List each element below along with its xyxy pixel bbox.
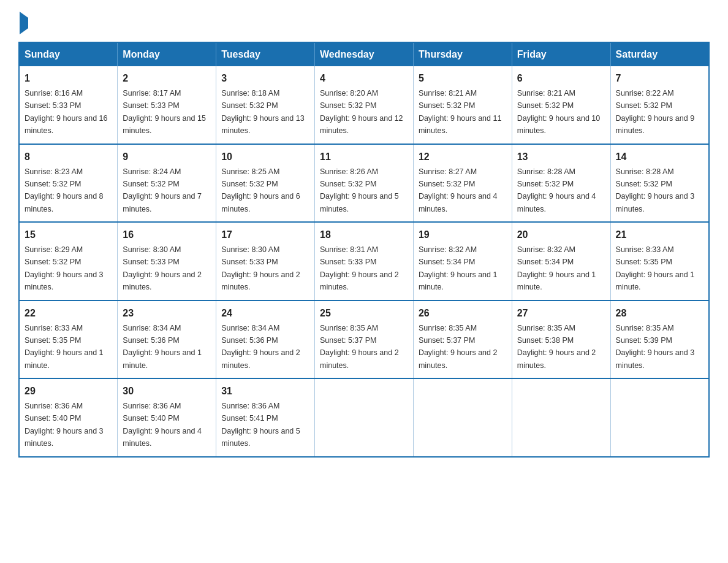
- calendar-cell: 4 Sunrise: 8:20 AMSunset: 5:32 PMDayligh…: [315, 66, 414, 144]
- calendar-week-row: 1 Sunrise: 8:16 AMSunset: 5:33 PMDayligh…: [19, 66, 709, 144]
- calendar-cell: 30 Sunrise: 8:36 AMSunset: 5:40 PMDaylig…: [118, 378, 216, 457]
- day-number: 7: [616, 71, 703, 86]
- day-number: 17: [221, 228, 309, 242]
- day-info: Sunrise: 8:32 AMSunset: 5:34 PMDaylight:…: [517, 245, 596, 291]
- day-info: Sunrise: 8:36 AMSunset: 5:40 PMDaylight:…: [123, 402, 202, 448]
- day-number: 12: [419, 150, 507, 164]
- logo-arrow-icon: [20, 12, 28, 34]
- calendar-cell: 19 Sunrise: 8:32 AMSunset: 5:34 PMDaylig…: [413, 222, 512, 301]
- col-header-tuesday: Tuesday: [216, 42, 315, 66]
- day-info: Sunrise: 8:28 AMSunset: 5:32 PMDaylight:…: [517, 167, 596, 213]
- day-number: 5: [419, 71, 507, 86]
- col-header-saturday: Saturday: [610, 42, 709, 66]
- calendar-body: 1 Sunrise: 8:16 AMSunset: 5:33 PMDayligh…: [19, 66, 709, 457]
- calendar-cell: 23 Sunrise: 8:34 AMSunset: 5:36 PMDaylig…: [118, 301, 216, 379]
- day-info: Sunrise: 8:20 AMSunset: 5:32 PMDaylight:…: [320, 89, 403, 135]
- calendar-cell: 14 Sunrise: 8:28 AMSunset: 5:32 PMDaylig…: [610, 144, 709, 223]
- day-info: Sunrise: 8:36 AMSunset: 5:41 PMDaylight:…: [221, 402, 300, 448]
- calendar-cell: 9 Sunrise: 8:24 AMSunset: 5:32 PMDayligh…: [118, 144, 216, 223]
- calendar-cell: 8 Sunrise: 8:23 AMSunset: 5:32 PMDayligh…: [19, 144, 118, 223]
- day-info: Sunrise: 8:24 AMSunset: 5:32 PMDaylight:…: [123, 167, 202, 213]
- calendar-cell: 24 Sunrise: 8:34 AMSunset: 5:36 PMDaylig…: [216, 301, 315, 379]
- day-info: Sunrise: 8:21 AMSunset: 5:32 PMDaylight:…: [419, 89, 502, 135]
- day-number: 15: [25, 228, 112, 242]
- calendar-week-row: 29 Sunrise: 8:36 AMSunset: 5:40 PMDaylig…: [19, 378, 709, 457]
- day-number: 21: [616, 228, 703, 242]
- day-number: 18: [320, 228, 408, 242]
- day-number: 25: [320, 306, 408, 321]
- day-number: 23: [123, 306, 211, 321]
- day-number: 2: [123, 71, 211, 86]
- day-number: 24: [221, 306, 309, 321]
- calendar-cell: [315, 378, 414, 457]
- calendar-cell: 25 Sunrise: 8:35 AMSunset: 5:37 PMDaylig…: [315, 301, 414, 379]
- day-info: Sunrise: 8:36 AMSunset: 5:40 PMDaylight:…: [25, 402, 104, 448]
- day-number: 6: [517, 71, 605, 86]
- day-number: 11: [320, 150, 408, 164]
- col-header-friday: Friday: [512, 42, 610, 66]
- col-header-monday: Monday: [118, 42, 216, 66]
- day-info: Sunrise: 8:16 AMSunset: 5:33 PMDaylight:…: [25, 89, 108, 135]
- col-header-sunday: Sunday: [19, 42, 118, 66]
- day-info: Sunrise: 8:26 AMSunset: 5:32 PMDaylight:…: [320, 167, 399, 213]
- calendar-table: SundayMondayTuesdayWednesdayThursdayFrid…: [18, 42, 710, 458]
- day-number: 28: [616, 306, 703, 321]
- calendar-cell: 18 Sunrise: 8:31 AMSunset: 5:33 PMDaylig…: [315, 222, 414, 301]
- day-info: Sunrise: 8:21 AMSunset: 5:32 PMDaylight:…: [517, 89, 601, 135]
- calendar-cell: 13 Sunrise: 8:28 AMSunset: 5:32 PMDaylig…: [512, 144, 610, 223]
- calendar-header: SundayMondayTuesdayWednesdayThursdayFrid…: [19, 42, 709, 66]
- day-info: Sunrise: 8:23 AMSunset: 5:32 PMDaylight:…: [25, 167, 104, 213]
- calendar-cell: 10 Sunrise: 8:25 AMSunset: 5:32 PMDaylig…: [216, 144, 315, 223]
- calendar-cell: 16 Sunrise: 8:30 AMSunset: 5:33 PMDaylig…: [118, 222, 216, 301]
- day-number: 20: [517, 228, 605, 242]
- calendar-cell: 12 Sunrise: 8:27 AMSunset: 5:32 PMDaylig…: [413, 144, 512, 223]
- calendar-cell: [610, 378, 709, 457]
- logo: [18, 12, 28, 31]
- calendar-cell: 3 Sunrise: 8:18 AMSunset: 5:32 PMDayligh…: [216, 66, 315, 144]
- calendar-cell: 2 Sunrise: 8:17 AMSunset: 5:33 PMDayligh…: [118, 66, 216, 144]
- day-number: 10: [221, 150, 309, 164]
- calendar-week-row: 8 Sunrise: 8:23 AMSunset: 5:32 PMDayligh…: [19, 144, 709, 223]
- day-number: 29: [25, 384, 112, 399]
- day-number: 1: [25, 71, 112, 86]
- day-number: 27: [517, 306, 605, 321]
- calendar-cell: 26 Sunrise: 8:35 AMSunset: 5:37 PMDaylig…: [413, 301, 512, 379]
- day-info: Sunrise: 8:34 AMSunset: 5:36 PMDaylight:…: [221, 324, 300, 370]
- calendar-cell: 31 Sunrise: 8:36 AMSunset: 5:41 PMDaylig…: [216, 378, 315, 457]
- calendar-cell: 27 Sunrise: 8:35 AMSunset: 5:38 PMDaylig…: [512, 301, 610, 379]
- col-header-wednesday: Wednesday: [315, 42, 414, 66]
- day-number: 13: [517, 150, 605, 164]
- calendar-cell: 6 Sunrise: 8:21 AMSunset: 5:32 PMDayligh…: [512, 66, 610, 144]
- calendar-cell: 21 Sunrise: 8:33 AMSunset: 5:35 PMDaylig…: [610, 222, 709, 301]
- day-number: 30: [123, 384, 211, 399]
- day-info: Sunrise: 8:35 AMSunset: 5:39 PMDaylight:…: [616, 324, 695, 370]
- day-info: Sunrise: 8:27 AMSunset: 5:32 PMDaylight:…: [419, 167, 498, 213]
- day-number: 31: [221, 384, 309, 399]
- day-info: Sunrise: 8:35 AMSunset: 5:37 PMDaylight:…: [419, 324, 498, 370]
- day-info: Sunrise: 8:35 AMSunset: 5:37 PMDaylight:…: [320, 324, 399, 370]
- day-number: 14: [616, 150, 703, 164]
- calendar-cell: 7 Sunrise: 8:22 AMSunset: 5:32 PMDayligh…: [610, 66, 709, 144]
- calendar-week-row: 22 Sunrise: 8:33 AMSunset: 5:35 PMDaylig…: [19, 301, 709, 379]
- day-info: Sunrise: 8:25 AMSunset: 5:32 PMDaylight:…: [221, 167, 300, 213]
- calendar-cell: [413, 378, 512, 457]
- page-header: [18, 12, 710, 31]
- day-info: Sunrise: 8:28 AMSunset: 5:32 PMDaylight:…: [616, 167, 695, 213]
- day-number: 22: [25, 306, 112, 321]
- calendar-cell: 17 Sunrise: 8:30 AMSunset: 5:33 PMDaylig…: [216, 222, 315, 301]
- day-info: Sunrise: 8:34 AMSunset: 5:36 PMDaylight:…: [123, 324, 202, 370]
- calendar-cell: 28 Sunrise: 8:35 AMSunset: 5:39 PMDaylig…: [610, 301, 709, 379]
- calendar-cell: 20 Sunrise: 8:32 AMSunset: 5:34 PMDaylig…: [512, 222, 610, 301]
- day-number: 19: [419, 228, 507, 242]
- day-info: Sunrise: 8:29 AMSunset: 5:32 PMDaylight:…: [25, 245, 104, 291]
- calendar-cell: 29 Sunrise: 8:36 AMSunset: 5:40 PMDaylig…: [19, 378, 118, 457]
- calendar-cell: 22 Sunrise: 8:33 AMSunset: 5:35 PMDaylig…: [19, 301, 118, 379]
- day-info: Sunrise: 8:31 AMSunset: 5:33 PMDaylight:…: [320, 245, 399, 291]
- day-info: Sunrise: 8:35 AMSunset: 5:38 PMDaylight:…: [517, 324, 596, 370]
- calendar-week-row: 15 Sunrise: 8:29 AMSunset: 5:32 PMDaylig…: [19, 222, 709, 301]
- days-of-week-row: SundayMondayTuesdayWednesdayThursdayFrid…: [19, 42, 709, 66]
- calendar-cell: 15 Sunrise: 8:29 AMSunset: 5:32 PMDaylig…: [19, 222, 118, 301]
- day-number: 26: [419, 306, 507, 321]
- day-info: Sunrise: 8:30 AMSunset: 5:33 PMDaylight:…: [221, 245, 300, 291]
- day-number: 3: [221, 71, 309, 86]
